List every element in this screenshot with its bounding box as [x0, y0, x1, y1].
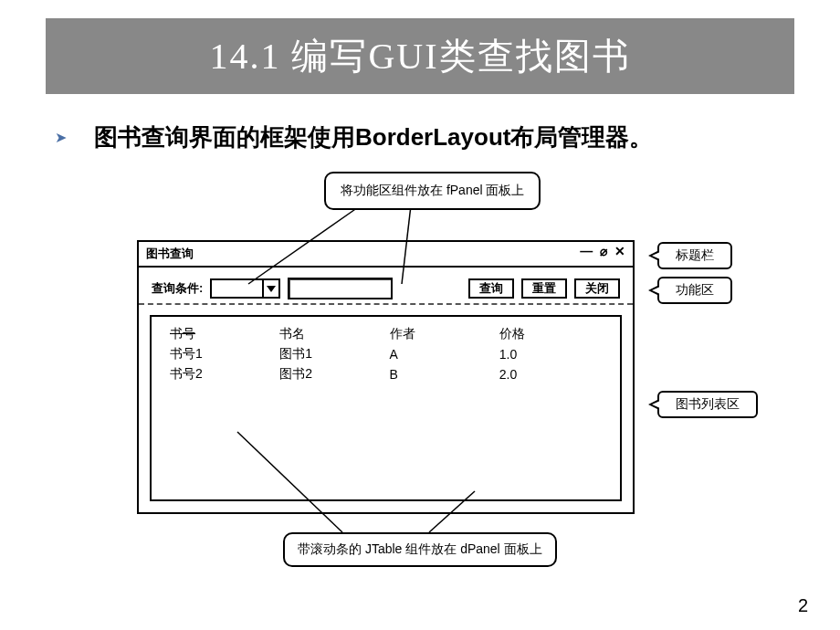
- region-divider-line: [139, 303, 633, 305]
- cell: 书号1: [166, 344, 276, 364]
- criteria-combobox[interactable]: [210, 278, 280, 299]
- cell: 图书1: [276, 344, 385, 364]
- slide-title: 14.1 编写GUI类查找图书: [46, 18, 794, 94]
- annotation-function: 功能区: [657, 277, 732, 304]
- cell: 书号2: [166, 364, 276, 384]
- col-header-author: 作者: [386, 324, 496, 344]
- close-button[interactable]: 关闭: [574, 278, 620, 299]
- window-titlebar: 图书查询 — ⌀ ✕: [139, 242, 633, 268]
- query-button[interactable]: 查询: [468, 278, 514, 299]
- cell: A: [386, 344, 496, 364]
- annotation-titlebar: 标题栏: [657, 242, 732, 269]
- page-number: 2: [798, 595, 808, 616]
- bullet-line: ➤ 图书查询界面的框架使用BorderLayout布局管理器。: [55, 121, 785, 153]
- diagram-area: 将功能区组件放在 fPanel 面板上 图书查询 — ⌀ ✕ 查询条件: 查询 …: [37, 172, 803, 578]
- window-controls-icon[interactable]: — ⌀ ✕: [580, 244, 627, 258]
- cell: 1.0: [496, 344, 605, 364]
- cell: B: [386, 364, 496, 384]
- combobox-dropdown-button[interactable]: [262, 280, 278, 297]
- table-panel: 书号 书名 作者 价格 书号1 图书1 A 1.0 书号2 图书2 B 2.0: [150, 315, 622, 501]
- annotation-list: 图书列表区: [657, 391, 758, 418]
- callout-bottom: 带滚动条的 JTable 组件放在 dPanel 面板上: [283, 532, 557, 567]
- query-input[interactable]: [288, 278, 393, 299]
- col-header-id: 书号: [166, 324, 276, 344]
- table-header-row: 书号 书名 作者 价格: [166, 324, 605, 344]
- app-window: 图书查询 — ⌀ ✕ 查询条件: 查询 重置 关闭 书号 书名 作者: [137, 240, 635, 514]
- table-row: 书号1 图书1 A 1.0: [166, 344, 605, 364]
- reset-button[interactable]: 重置: [521, 278, 567, 299]
- chevron-down-icon: [267, 286, 276, 292]
- cell: 2.0: [496, 364, 605, 384]
- bullet-arrow-icon: ➤: [55, 129, 67, 146]
- combobox-value[interactable]: [212, 280, 262, 297]
- query-label: 查询条件:: [152, 280, 203, 297]
- col-header-name: 书名: [276, 324, 385, 344]
- bullet-text: 图书查询界面的框架使用BorderLayout布局管理器。: [94, 121, 653, 153]
- callout-top: 将功能区组件放在 fPanel 面板上: [324, 172, 541, 210]
- table-row: 书号2 图书2 B 2.0: [166, 364, 605, 384]
- col-header-price: 价格: [496, 324, 605, 344]
- book-table: 书号 书名 作者 价格 书号1 图书1 A 1.0 书号2 图书2 B 2.0: [166, 324, 605, 384]
- window-title: 图书查询: [146, 246, 194, 262]
- cell: 图书2: [276, 364, 385, 384]
